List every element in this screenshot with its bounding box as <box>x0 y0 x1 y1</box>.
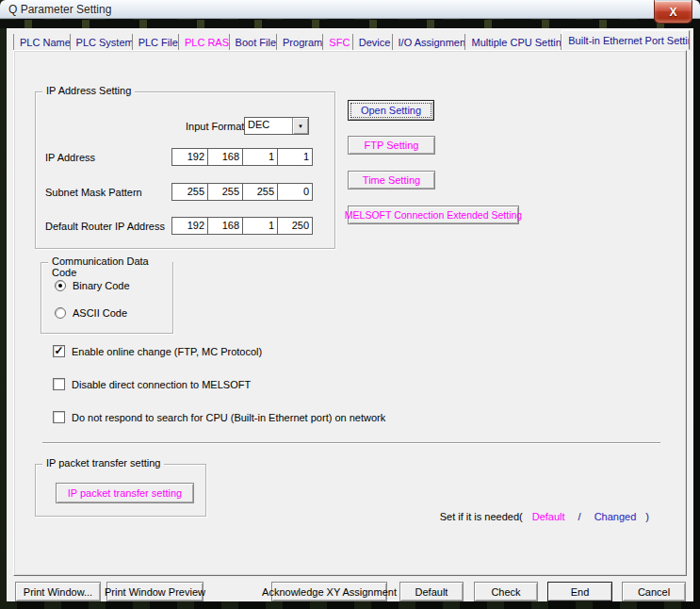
tab-built-in-ethernet-port-setting[interactable]: Built-in Ethernet Port Setting <box>562 30 690 50</box>
legend-default: Default <box>532 511 565 522</box>
ip-packet-transfer-group-label: IP packet transfer setting <box>42 457 164 469</box>
ip-packet-transfer-setting-button[interactable]: IP packet transfer setting <box>56 483 194 503</box>
tab-io-assignment[interactable]: I/O Assignment <box>393 34 466 50</box>
radio-selected-icon <box>55 280 66 291</box>
radio-unselected-icon <box>55 307 66 319</box>
ip-octet-1[interactable]: 192 <box>172 149 207 165</box>
acknowledge-xy-assignment-button[interactable]: Acknowledge XY Assignment <box>271 582 387 601</box>
legend-separator: / <box>578 511 581 522</box>
horizontal-separator <box>42 442 660 444</box>
legend-changed: Changed <box>594 511 637 522</box>
close-button[interactable]: X <box>654 0 692 24</box>
checkbox-unchecked-icon <box>53 378 65 390</box>
title-bar: Q Parameter Setting <box>0 0 700 19</box>
router-octet-4[interactable]: 250 <box>277 218 312 234</box>
default-router-input[interactable]: 192 168 1 250 <box>171 217 313 235</box>
enable-online-change-label: Enable online change (FTP, MC Protocol) <box>72 346 262 357</box>
input-format-value: DEC <box>245 118 292 134</box>
ip-address-input[interactable]: 192 168 1 1 <box>171 148 313 166</box>
router-octet-1[interactable]: 192 <box>172 218 207 234</box>
tab-plc-file[interactable]: PLC File <box>133 34 179 50</box>
disable-direct-connection-checkbox[interactable]: Disable direct connection to MELSOFT <box>53 378 251 390</box>
print-window-button[interactable]: Print Window... <box>15 582 101 601</box>
print-window-preview-button[interactable]: Print Window Preview <box>106 582 203 601</box>
window-frame-glass <box>0 20 700 28</box>
router-octet-3[interactable]: 1 <box>242 218 277 234</box>
ip-octet-2[interactable]: 168 <box>207 149 242 165</box>
subnet-octet-1[interactable]: 255 <box>172 184 207 200</box>
ip-address-setting-group-label: IP Address Setting <box>42 85 135 96</box>
melsoft-connection-extended-setting-button[interactable]: MELSOFT Connection Extended Setting <box>348 206 519 224</box>
tab-plc-ras[interactable]: PLC RAS <box>179 34 230 50</box>
tab-sfc[interactable]: SFC <box>323 34 352 50</box>
checkbox-unchecked-icon <box>53 411 65 423</box>
subnet-mask-label: Subnet Mask Pattern <box>45 187 142 198</box>
cancel-button[interactable]: Cancel <box>622 582 686 601</box>
open-setting-button[interactable]: Open Setting <box>348 100 434 121</box>
chevron-down-icon[interactable]: ▼ <box>292 118 308 134</box>
input-format-select[interactable]: DEC ▼ <box>244 117 309 135</box>
input-format-label: Input Format <box>186 121 244 132</box>
default-router-label: Default Router IP Address <box>45 221 165 232</box>
enable-online-change-checkbox[interactable]: Enable online change (FTP, MC Protocol) <box>53 345 262 357</box>
tab-program[interactable]: Program <box>277 34 323 50</box>
do-not-respond-search-checkbox[interactable]: Do not respond to search for CPU (Built-… <box>53 411 385 423</box>
subnet-mask-input[interactable]: 255 255 255 0 <box>171 183 313 201</box>
end-button[interactable]: End <box>547 582 612 601</box>
check-button[interactable]: Check <box>474 582 538 601</box>
ip-octet-4[interactable]: 1 <box>277 149 312 165</box>
router-octet-2[interactable]: 168 <box>207 218 242 234</box>
ascii-code-label: ASCII Code <box>73 307 127 319</box>
ip-octet-3[interactable]: 1 <box>242 149 277 165</box>
binary-code-label: Binary Code <box>73 280 130 291</box>
tab-plc-system[interactable]: PLC System <box>71 34 133 50</box>
subnet-octet-2[interactable]: 255 <box>207 184 242 200</box>
default-button[interactable]: Default <box>399 582 464 601</box>
tab-plc-name[interactable]: PLC Name <box>13 34 71 50</box>
ip-address-label: IP Address <box>45 152 95 163</box>
do-not-respond-search-label: Do not respond to search for CPU (Built-… <box>72 412 385 423</box>
close-icon: X <box>669 6 676 19</box>
checkbox-checked-icon <box>53 345 65 357</box>
subnet-octet-3[interactable]: 255 <box>242 184 277 200</box>
window-title: Q Parameter Setting <box>8 3 111 16</box>
tab-multiple-cpu-setting[interactable]: Multiple CPU Setting <box>465 34 562 50</box>
tab-boot-file[interactable]: Boot File <box>230 34 277 50</box>
binary-code-radio[interactable]: Binary Code <box>55 280 130 291</box>
ethernet-port-setting-panel: IP Address Setting Input Format DEC ▼ IP… <box>13 50 687 576</box>
legend-suffix: ) <box>645 511 649 522</box>
ascii-code-radio[interactable]: ASCII Code <box>55 307 127 319</box>
disable-direct-connection-label: Disable direct connection to MELSOFT <box>72 379 251 390</box>
communication-data-code-group-label: Communication Data Code <box>48 255 172 278</box>
legend-prefix: Set if it is needed( <box>440 511 523 522</box>
setting-color-legend: Set if it is needed(Default/Changed) <box>440 511 649 522</box>
communication-data-code-group: Communication Data Code Binary Code ASCI… <box>41 262 173 334</box>
dialog-client-area: PLC Name PLC System PLC File PLC RAS Boo… <box>7 28 693 601</box>
time-setting-button[interactable]: Time Setting <box>348 171 435 189</box>
ftp-setting-button[interactable]: FTP Setting <box>348 136 435 155</box>
tab-device[interactable]: Device <box>353 34 393 50</box>
tab-bar: PLC Name PLC System PLC File PLC RAS Boo… <box>13 31 690 50</box>
subnet-octet-4[interactable]: 0 <box>277 184 312 200</box>
